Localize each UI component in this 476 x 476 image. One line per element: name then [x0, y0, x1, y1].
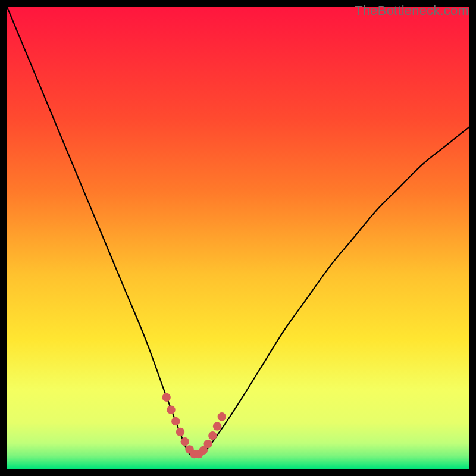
highlight-dot — [176, 428, 184, 436]
highlight-dot — [171, 417, 180, 425]
highlight-dot — [203, 440, 212, 448]
highlight-dot — [167, 405, 175, 414]
highlight-dot — [208, 431, 217, 440]
chart-plot-area — [7, 7, 469, 469]
highlight-dot — [213, 422, 221, 430]
chart-svg — [7, 7, 469, 469]
watermark-text: TheBottleneck.com — [355, 3, 469, 18]
gradient-background — [7, 7, 469, 469]
chart-frame: TheBottleneck.com — [0, 0, 476, 476]
highlight-dot — [218, 412, 226, 421]
highlight-dot — [162, 393, 171, 402]
highlight-dot — [181, 437, 189, 446]
